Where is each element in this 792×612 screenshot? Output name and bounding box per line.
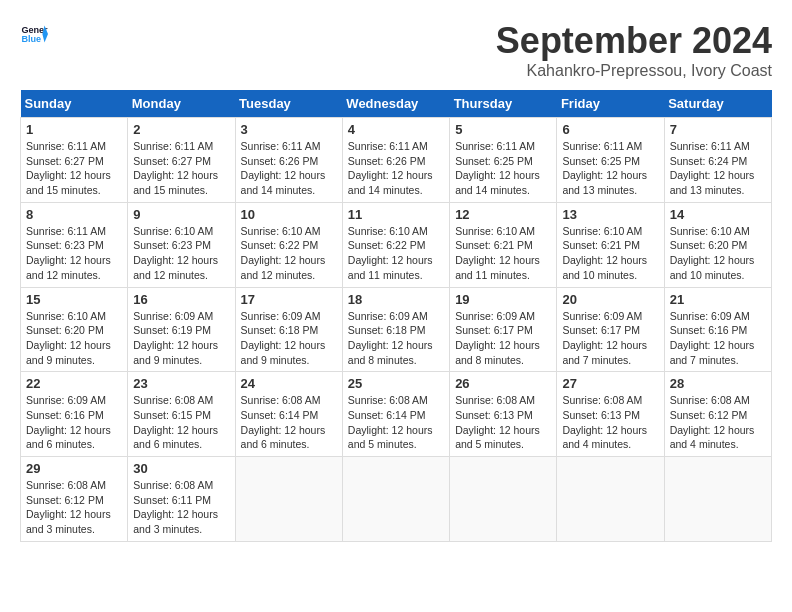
calendar-cell: 22 Sunrise: 6:09 AMSunset: 6:16 PMDaylig… <box>21 372 128 457</box>
day-number: 17 <box>241 292 337 307</box>
day-info: Sunrise: 6:08 AMSunset: 6:13 PMDaylight:… <box>562 394 647 450</box>
calendar-cell: 12 Sunrise: 6:10 AMSunset: 6:21 PMDaylig… <box>450 202 557 287</box>
day-info: Sunrise: 6:10 AMSunset: 6:21 PMDaylight:… <box>455 225 540 281</box>
day-number: 9 <box>133 207 229 222</box>
calendar-cell: 28 Sunrise: 6:08 AMSunset: 6:12 PMDaylig… <box>664 372 771 457</box>
month-title: September 2024 <box>496 20 772 62</box>
calendar-cell: 18 Sunrise: 6:09 AMSunset: 6:18 PMDaylig… <box>342 287 449 372</box>
calendar-cell: 30 Sunrise: 6:08 AMSunset: 6:11 PMDaylig… <box>128 457 235 542</box>
day-info: Sunrise: 6:11 AMSunset: 6:26 PMDaylight:… <box>348 140 433 196</box>
calendar-cell: 9 Sunrise: 6:10 AMSunset: 6:23 PMDayligh… <box>128 202 235 287</box>
day-number: 1 <box>26 122 122 137</box>
logo: General Blue <box>20 20 48 48</box>
day-info: Sunrise: 6:08 AMSunset: 6:12 PMDaylight:… <box>26 479 111 535</box>
day-number: 23 <box>133 376 229 391</box>
calendar-cell: 13 Sunrise: 6:10 AMSunset: 6:21 PMDaylig… <box>557 202 664 287</box>
day-number: 30 <box>133 461 229 476</box>
day-info: Sunrise: 6:10 AMSunset: 6:21 PMDaylight:… <box>562 225 647 281</box>
header-sunday: Sunday <box>21 90 128 118</box>
day-number: 11 <box>348 207 444 222</box>
header-saturday: Saturday <box>664 90 771 118</box>
calendar-cell <box>664 457 771 542</box>
day-info: Sunrise: 6:09 AMSunset: 6:16 PMDaylight:… <box>26 394 111 450</box>
calendar-cell: 4 Sunrise: 6:11 AMSunset: 6:26 PMDayligh… <box>342 118 449 203</box>
calendar-cell: 25 Sunrise: 6:08 AMSunset: 6:14 PMDaylig… <box>342 372 449 457</box>
logo-icon: General Blue <box>20 20 48 48</box>
header-monday: Monday <box>128 90 235 118</box>
calendar-cell: 8 Sunrise: 6:11 AMSunset: 6:23 PMDayligh… <box>21 202 128 287</box>
day-number: 15 <box>26 292 122 307</box>
day-info: Sunrise: 6:10 AMSunset: 6:23 PMDaylight:… <box>133 225 218 281</box>
calendar-cell: 29 Sunrise: 6:08 AMSunset: 6:12 PMDaylig… <box>21 457 128 542</box>
day-number: 2 <box>133 122 229 137</box>
calendar-cell: 17 Sunrise: 6:09 AMSunset: 6:18 PMDaylig… <box>235 287 342 372</box>
header-thursday: Thursday <box>450 90 557 118</box>
day-number: 25 <box>348 376 444 391</box>
day-number: 18 <box>348 292 444 307</box>
calendar-cell: 2 Sunrise: 6:11 AMSunset: 6:27 PMDayligh… <box>128 118 235 203</box>
calendar-cell: 7 Sunrise: 6:11 AMSunset: 6:24 PMDayligh… <box>664 118 771 203</box>
day-number: 28 <box>670 376 766 391</box>
day-info: Sunrise: 6:09 AMSunset: 6:18 PMDaylight:… <box>348 310 433 366</box>
day-number: 6 <box>562 122 658 137</box>
calendar-cell: 26 Sunrise: 6:08 AMSunset: 6:13 PMDaylig… <box>450 372 557 457</box>
location-title: Kahankro-Prepressou, Ivory Coast <box>496 62 772 80</box>
day-info: Sunrise: 6:09 AMSunset: 6:16 PMDaylight:… <box>670 310 755 366</box>
day-info: Sunrise: 6:09 AMSunset: 6:17 PMDaylight:… <box>455 310 540 366</box>
day-info: Sunrise: 6:10 AMSunset: 6:22 PMDaylight:… <box>241 225 326 281</box>
calendar-cell: 24 Sunrise: 6:08 AMSunset: 6:14 PMDaylig… <box>235 372 342 457</box>
calendar-header-row: Sunday Monday Tuesday Wednesday Thursday… <box>21 90 772 118</box>
day-number: 14 <box>670 207 766 222</box>
calendar-cell <box>557 457 664 542</box>
calendar-cell: 3 Sunrise: 6:11 AMSunset: 6:26 PMDayligh… <box>235 118 342 203</box>
day-number: 5 <box>455 122 551 137</box>
title-area: September 2024 Kahankro-Prepressou, Ivor… <box>496 20 772 80</box>
day-info: Sunrise: 6:08 AMSunset: 6:12 PMDaylight:… <box>670 394 755 450</box>
calendar-cell: 5 Sunrise: 6:11 AMSunset: 6:25 PMDayligh… <box>450 118 557 203</box>
day-number: 12 <box>455 207 551 222</box>
day-info: Sunrise: 6:11 AMSunset: 6:23 PMDaylight:… <box>26 225 111 281</box>
calendar-cell <box>450 457 557 542</box>
day-info: Sunrise: 6:11 AMSunset: 6:24 PMDaylight:… <box>670 140 755 196</box>
day-info: Sunrise: 6:10 AMSunset: 6:22 PMDaylight:… <box>348 225 433 281</box>
day-info: Sunrise: 6:09 AMSunset: 6:18 PMDaylight:… <box>241 310 326 366</box>
svg-text:Blue: Blue <box>21 34 41 44</box>
day-info: Sunrise: 6:11 AMSunset: 6:27 PMDaylight:… <box>133 140 218 196</box>
day-number: 16 <box>133 292 229 307</box>
calendar-cell: 16 Sunrise: 6:09 AMSunset: 6:19 PMDaylig… <box>128 287 235 372</box>
day-info: Sunrise: 6:09 AMSunset: 6:17 PMDaylight:… <box>562 310 647 366</box>
calendar-cell: 14 Sunrise: 6:10 AMSunset: 6:20 PMDaylig… <box>664 202 771 287</box>
header-tuesday: Tuesday <box>235 90 342 118</box>
day-info: Sunrise: 6:11 AMSunset: 6:25 PMDaylight:… <box>562 140 647 196</box>
day-number: 13 <box>562 207 658 222</box>
day-info: Sunrise: 6:11 AMSunset: 6:27 PMDaylight:… <box>26 140 111 196</box>
calendar-cell: 21 Sunrise: 6:09 AMSunset: 6:16 PMDaylig… <box>664 287 771 372</box>
page-header: General Blue September 2024 Kahankro-Pre… <box>20 20 772 80</box>
calendar-cell: 1 Sunrise: 6:11 AMSunset: 6:27 PMDayligh… <box>21 118 128 203</box>
day-info: Sunrise: 6:08 AMSunset: 6:15 PMDaylight:… <box>133 394 218 450</box>
calendar-cell: 23 Sunrise: 6:08 AMSunset: 6:15 PMDaylig… <box>128 372 235 457</box>
day-info: Sunrise: 6:10 AMSunset: 6:20 PMDaylight:… <box>670 225 755 281</box>
calendar-cell: 6 Sunrise: 6:11 AMSunset: 6:25 PMDayligh… <box>557 118 664 203</box>
day-number: 26 <box>455 376 551 391</box>
calendar-table: Sunday Monday Tuesday Wednesday Thursday… <box>20 90 772 542</box>
calendar-cell: 27 Sunrise: 6:08 AMSunset: 6:13 PMDaylig… <box>557 372 664 457</box>
day-info: Sunrise: 6:11 AMSunset: 6:25 PMDaylight:… <box>455 140 540 196</box>
calendar-cell: 15 Sunrise: 6:10 AMSunset: 6:20 PMDaylig… <box>21 287 128 372</box>
day-number: 8 <box>26 207 122 222</box>
day-info: Sunrise: 6:11 AMSunset: 6:26 PMDaylight:… <box>241 140 326 196</box>
day-number: 24 <box>241 376 337 391</box>
day-info: Sunrise: 6:10 AMSunset: 6:20 PMDaylight:… <box>26 310 111 366</box>
day-number: 19 <box>455 292 551 307</box>
day-number: 7 <box>670 122 766 137</box>
day-number: 3 <box>241 122 337 137</box>
calendar-cell: 20 Sunrise: 6:09 AMSunset: 6:17 PMDaylig… <box>557 287 664 372</box>
day-number: 10 <box>241 207 337 222</box>
header-wednesday: Wednesday <box>342 90 449 118</box>
day-number: 4 <box>348 122 444 137</box>
calendar-cell <box>235 457 342 542</box>
day-number: 21 <box>670 292 766 307</box>
calendar-cell: 11 Sunrise: 6:10 AMSunset: 6:22 PMDaylig… <box>342 202 449 287</box>
day-number: 29 <box>26 461 122 476</box>
day-number: 22 <box>26 376 122 391</box>
